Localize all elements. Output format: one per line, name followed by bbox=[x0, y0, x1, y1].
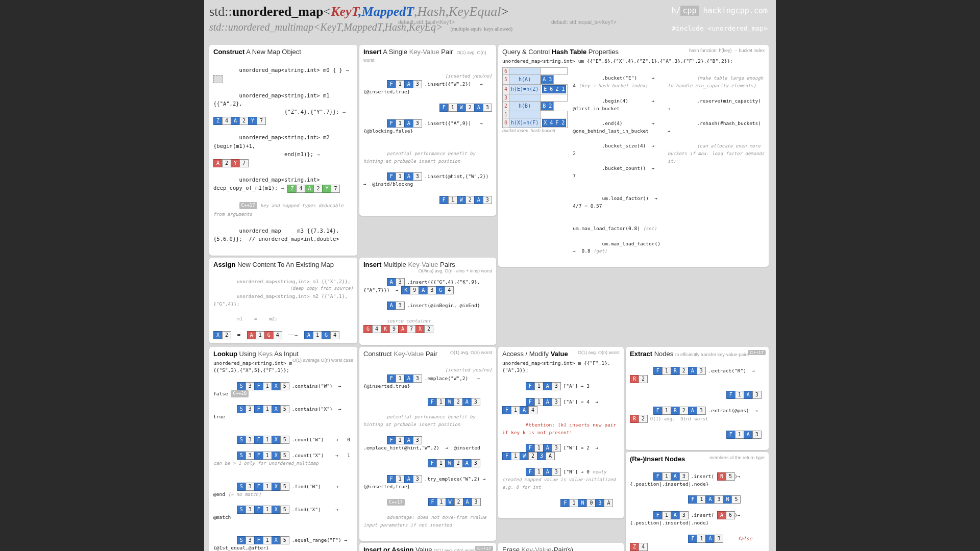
multi-note: (multiple equiv. keys allowed) bbox=[451, 26, 513, 32]
brand: h/cpp hackingcpp.com bbox=[671, 6, 768, 15]
card-construct-kv: Construct Key-Value Pair O(1) avg. O(n) … bbox=[359, 347, 496, 541]
cheat-sheet: std::unordered_map<KeyT,MappedT,Hash,Key… bbox=[204, 0, 776, 551]
card-insert-multi: Insert Multiple Key-Value Pairs O(#ins) … bbox=[359, 258, 496, 345]
mapped-type: ,MappedT bbox=[358, 4, 414, 19]
card-insert-or-assign: C++17 Insert or Assign Value O(1) avg. O… bbox=[359, 543, 496, 551]
card-reinsert: (Re-)Insert Nodes members of the return … bbox=[626, 452, 769, 551]
key-type: KeyT bbox=[331, 4, 358, 19]
default-eq-note: default: std::equal_to<KeyT> bbox=[551, 19, 617, 25]
hash-table-diagram: 6 5h(A)A 3 4h(E)=h(Z)E 6Z 1 3 2h(B)B 2 1… bbox=[502, 67, 568, 263]
cpp-badge: cpp bbox=[680, 6, 698, 16]
card-lookup: Lookup Using Keys As Input O(1) average … bbox=[209, 347, 357, 551]
default-hash-note: default: std::hash<KeyT> bbox=[398, 19, 455, 25]
type-name: unordered_map bbox=[232, 4, 324, 19]
ns-prefix: std:: bbox=[209, 4, 232, 19]
card-insert-single: Insert A Single Key-Value Pair O(1) avg.… bbox=[359, 45, 496, 216]
card-access-modify: Access / Modify Value O(1) avg. O(n) wor… bbox=[498, 347, 624, 519]
card-grid: Construct A New Map Object unordered_map… bbox=[209, 45, 771, 551]
card-hash-properties: Query & Control Hash Table Properties ha… bbox=[498, 45, 769, 267]
header: std::unordered_map<KeyT,MappedT,Hash,Key… bbox=[209, 4, 771, 45]
card-construct: Construct A New Map Object unordered_map… bbox=[209, 45, 357, 256]
card-erase: Erase Key-Value-Pair(s) O(#erased) avg. … bbox=[498, 543, 624, 551]
card-extract: C++17 Extract Nodes to efficiently trans… bbox=[626, 347, 769, 450]
include-directive: #include <unordered_map> bbox=[672, 24, 768, 32]
card-assign: Assign New Content To An Existing Map un… bbox=[209, 258, 357, 343]
hash-kequal: ,Hash,KeyEqual bbox=[414, 4, 501, 19]
